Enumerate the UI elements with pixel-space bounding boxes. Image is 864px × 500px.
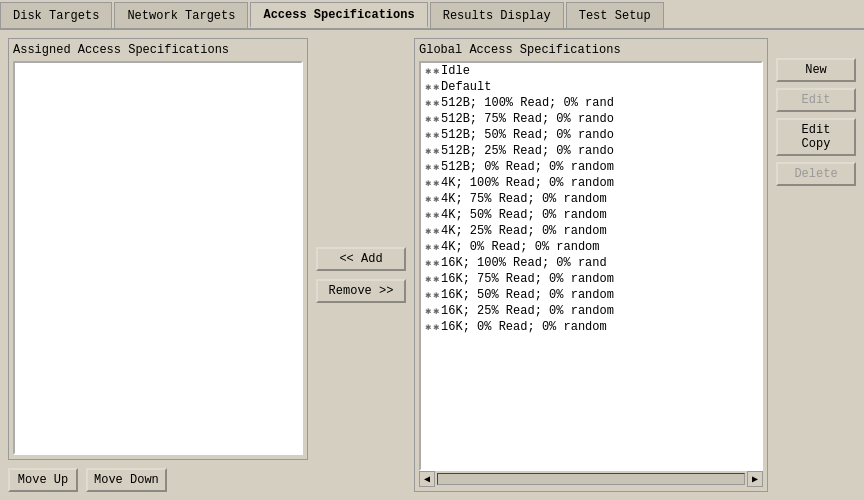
- item-icon-asterisk2: ✱: [433, 145, 439, 157]
- item-label: 16K; 0% Read; 0% random: [441, 320, 607, 334]
- scroll-track[interactable]: [437, 473, 745, 485]
- move-up-button[interactable]: Move Up: [8, 468, 78, 492]
- item-icon-asterisk: ✱: [425, 113, 431, 125]
- list-item[interactable]: ✱✱4K; 50% Read; 0% random: [421, 207, 761, 223]
- add-button[interactable]: << Add: [316, 247, 406, 271]
- list-item[interactable]: ✱✱Idle: [421, 63, 761, 79]
- item-label: 16K; 75% Read; 0% random: [441, 272, 614, 286]
- list-item[interactable]: ✱✱4K; 75% Read; 0% random: [421, 191, 761, 207]
- list-item[interactable]: ✱✱16K; 100% Read; 0% rand: [421, 255, 761, 271]
- item-icon-asterisk2: ✱: [433, 113, 439, 125]
- remove-button[interactable]: Remove >>: [316, 279, 406, 303]
- item-icon-asterisk2: ✱: [433, 193, 439, 205]
- global-list-inner: ✱✱Idle✱✱Default✱✱512B; 100% Read; 0% ran…: [421, 63, 761, 335]
- item-icon-asterisk: ✱: [425, 273, 431, 285]
- list-item[interactable]: ✱✱4K; 25% Read; 0% random: [421, 223, 761, 239]
- item-icon-asterisk2: ✱: [433, 65, 439, 77]
- item-icon-asterisk2: ✱: [433, 241, 439, 253]
- item-icon-asterisk: ✱: [425, 321, 431, 333]
- left-panel: Assigned Access Specifications Move Up M…: [8, 38, 308, 492]
- tab-bar: Disk TargetsNetwork TargetsAccess Specif…: [0, 0, 864, 30]
- global-specs-list[interactable]: ✱✱Idle✱✱Default✱✱512B; 100% Read; 0% ran…: [419, 61, 763, 471]
- list-item[interactable]: ✱✱512B; 50% Read; 0% rando: [421, 127, 761, 143]
- delete-button[interactable]: Delete: [776, 162, 856, 186]
- item-icon-asterisk: ✱: [425, 129, 431, 141]
- list-item[interactable]: ✱✱512B; 75% Read; 0% rando: [421, 111, 761, 127]
- list-item[interactable]: ✱✱Default: [421, 79, 761, 95]
- main-content: Assigned Access Specifications Move Up M…: [0, 30, 864, 500]
- item-icon-asterisk: ✱: [425, 225, 431, 237]
- list-item[interactable]: ✱✱16K; 25% Read; 0% random: [421, 303, 761, 319]
- item-icon-asterisk: ✱: [425, 161, 431, 173]
- edit-copy-button[interactable]: Edit Copy: [776, 118, 856, 156]
- item-label: 512B; 100% Read; 0% rand: [441, 96, 614, 110]
- tab-disk-targets[interactable]: Disk Targets: [0, 2, 112, 28]
- tab-network-targets[interactable]: Network Targets: [114, 2, 248, 28]
- item-icon-asterisk2: ✱: [433, 161, 439, 173]
- item-icon-asterisk: ✱: [425, 305, 431, 317]
- item-icon-asterisk: ✱: [425, 193, 431, 205]
- horizontal-scrollbar: ◀ ▶: [419, 471, 763, 487]
- move-buttons-container: Move Up Move Down: [8, 468, 308, 492]
- list-item[interactable]: ✱✱16K; 50% Read; 0% random: [421, 287, 761, 303]
- item-icon-asterisk: ✱: [425, 289, 431, 301]
- item-label: 512B; 25% Read; 0% rando: [441, 144, 614, 158]
- item-label: 16K; 100% Read; 0% rand: [441, 256, 607, 270]
- list-item[interactable]: ✱✱16K; 75% Read; 0% random: [421, 271, 761, 287]
- assigned-specs-group: Assigned Access Specifications: [8, 38, 308, 460]
- item-label: 16K; 25% Read; 0% random: [441, 304, 614, 318]
- item-icon-asterisk2: ✱: [433, 321, 439, 333]
- item-icon-asterisk: ✱: [425, 257, 431, 269]
- move-down-button[interactable]: Move Down: [86, 468, 167, 492]
- item-icon-asterisk: ✱: [425, 241, 431, 253]
- global-list-wrapper: ✱✱Idle✱✱Default✱✱512B; 100% Read; 0% ran…: [419, 61, 763, 487]
- middle-buttons-container: << Add Remove >>: [316, 38, 406, 492]
- global-specs-title: Global Access Specifications: [419, 43, 763, 57]
- tab-results-display[interactable]: Results Display: [430, 2, 564, 28]
- tab-test-setup[interactable]: Test Setup: [566, 2, 664, 28]
- item-icon-asterisk2: ✱: [433, 97, 439, 109]
- item-label: 16K; 50% Read; 0% random: [441, 288, 614, 302]
- action-buttons-container: New Edit Edit Copy Delete: [776, 38, 856, 492]
- item-icon-asterisk2: ✱: [433, 225, 439, 237]
- list-item[interactable]: ✱✱4K; 100% Read; 0% random: [421, 175, 761, 191]
- tab-access-specs[interactable]: Access Specifications: [250, 2, 427, 28]
- scroll-left-button[interactable]: ◀: [419, 471, 435, 487]
- item-icon-asterisk: ✱: [425, 81, 431, 93]
- item-icon-asterisk2: ✱: [433, 273, 439, 285]
- item-icon-asterisk2: ✱: [433, 81, 439, 93]
- item-icon-asterisk2: ✱: [433, 305, 439, 317]
- item-icon-asterisk: ✱: [425, 145, 431, 157]
- item-label: 4K; 100% Read; 0% random: [441, 176, 614, 190]
- list-item[interactable]: ✱✱4K; 0% Read; 0% random: [421, 239, 761, 255]
- new-button[interactable]: New: [776, 58, 856, 82]
- item-icon-asterisk2: ✱: [433, 177, 439, 189]
- assigned-specs-title: Assigned Access Specifications: [13, 43, 303, 57]
- item-icon-asterisk2: ✱: [433, 289, 439, 301]
- item-icon-asterisk2: ✱: [433, 129, 439, 141]
- item-label: 4K; 50% Read; 0% random: [441, 208, 607, 222]
- assigned-specs-list[interactable]: [13, 61, 303, 455]
- item-label: 4K; 75% Read; 0% random: [441, 192, 607, 206]
- right-panel: Global Access Specifications ✱✱Idle✱✱Def…: [414, 38, 856, 492]
- item-label: 4K; 0% Read; 0% random: [441, 240, 599, 254]
- item-label: 512B; 0% Read; 0% random: [441, 160, 614, 174]
- list-item[interactable]: ✱✱512B; 100% Read; 0% rand: [421, 95, 761, 111]
- item-icon-asterisk2: ✱: [433, 257, 439, 269]
- list-item[interactable]: ✱✱512B; 0% Read; 0% random: [421, 159, 761, 175]
- list-item[interactable]: ✱✱16K; 0% Read; 0% random: [421, 319, 761, 335]
- item-icon-asterisk2: ✱: [433, 209, 439, 221]
- edit-button[interactable]: Edit: [776, 88, 856, 112]
- item-label: 4K; 25% Read; 0% random: [441, 224, 607, 238]
- item-label: Default: [441, 80, 491, 94]
- list-item[interactable]: ✱✱512B; 25% Read; 0% rando: [421, 143, 761, 159]
- item-icon-asterisk: ✱: [425, 209, 431, 221]
- item-icon-asterisk: ✱: [425, 177, 431, 189]
- global-specs-group: Global Access Specifications ✱✱Idle✱✱Def…: [414, 38, 768, 492]
- item-label: Idle: [441, 64, 470, 78]
- scroll-right-button[interactable]: ▶: [747, 471, 763, 487]
- item-icon-asterisk: ✱: [425, 97, 431, 109]
- item-label: 512B; 75% Read; 0% rando: [441, 112, 614, 126]
- item-label: 512B; 50% Read; 0% rando: [441, 128, 614, 142]
- item-icon-asterisk: ✱: [425, 65, 431, 77]
